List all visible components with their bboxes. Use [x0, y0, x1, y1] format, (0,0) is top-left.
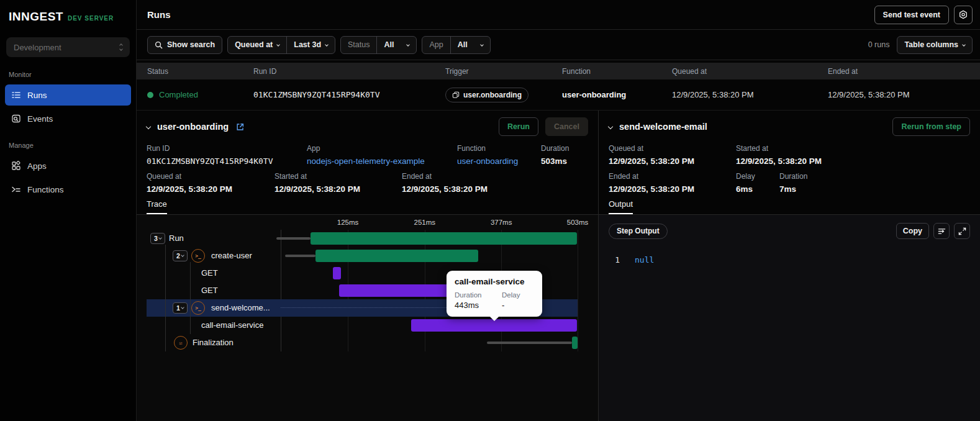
- axis-tick-label: 251ms: [414, 219, 436, 226]
- trace-tooltip: call-email-service Duration Delay 443ms …: [447, 271, 542, 317]
- main-area: Runs Send test event Show search Queued …: [137, 0, 980, 421]
- select-updown-icon: [120, 44, 122, 50]
- manage-section-label: Manage: [9, 142, 127, 149]
- trace-rows: 3Run2>_create-userGETGET1>_send-welcome.…: [147, 230, 578, 351]
- column-header-queued-at[interactable]: Queued at: [672, 67, 828, 76]
- span-count-toggle[interactable]: 1: [173, 302, 188, 314]
- span-duration-bar[interactable]: [311, 232, 577, 245]
- trace-row-bars: [281, 247, 578, 265]
- step-terminal-icon: >_: [191, 249, 205, 263]
- trace-row[interactable]: 2>_create-user: [147, 247, 578, 265]
- chevron-down-icon: [325, 43, 329, 47]
- queue-wait-line: [487, 342, 572, 344]
- field-ended-at: Ended at 12/9/2025, 5:38:20 PM: [402, 172, 488, 194]
- line-number: 1: [611, 255, 620, 265]
- step-terminal-icon: >_: [191, 301, 205, 315]
- field-queued-at: Queued at 12/9/2025, 5:38:20 PM: [147, 172, 274, 194]
- column-header-trigger[interactable]: Trigger: [445, 67, 562, 76]
- trace-row[interactable]: 3Run: [147, 230, 578, 247]
- tab-output[interactable]: Output: [609, 199, 633, 214]
- run-detail-pane: user-onboarding Rerun Cancel Run ID 01KC…: [137, 111, 598, 421]
- status-filter-group: Status All: [340, 36, 417, 54]
- sidebar-item-runs[interactable]: Runs: [5, 84, 131, 106]
- run-id-cell: 01KC1ZMSBNY9ZQT415RP94K0TV: [253, 90, 445, 99]
- column-header-status[interactable]: Status: [147, 67, 253, 76]
- trigger-badge[interactable]: user.onboarding: [445, 88, 529, 102]
- field-step-queued-at: Queued at 12/9/2025, 5:38:20 PM: [609, 144, 736, 166]
- app-filter-dropdown[interactable]: All: [450, 37, 490, 53]
- function-link[interactable]: user-onboarding: [457, 156, 541, 166]
- trace-row[interactable]: call-email-service: [147, 317, 578, 334]
- collapse-run-chevron-icon[interactable]: [146, 124, 151, 129]
- dev-server-badge: DEV SERVER: [68, 15, 114, 22]
- column-header-run-id[interactable]: Run ID: [253, 67, 445, 76]
- step-output-section: Step Output Copy 1 n: [599, 215, 980, 421]
- step-detail-pane: send-welcome-email Rerun from step Queue…: [598, 111, 980, 421]
- trigger-cell: user.onboarding: [445, 88, 562, 102]
- field-step-started-at: Started at 12/9/2025, 5:38:20 PM: [736, 144, 822, 166]
- span-duration-bar[interactable]: [339, 284, 456, 297]
- run-detail-area: user-onboarding Rerun Cancel Run ID 01KC…: [137, 111, 980, 421]
- expand-output-button[interactable]: [954, 223, 970, 239]
- span-duration-bar[interactable]: [333, 267, 341, 279]
- chevron-down-icon: [276, 43, 280, 47]
- functions-icon: [11, 184, 21, 194]
- column-header-function[interactable]: Function: [562, 67, 672, 76]
- field-step-duration: Duration 7ms: [779, 172, 807, 194]
- runs-icon: [11, 90, 21, 100]
- trace-row[interactable]: ☑Finalization: [147, 334, 578, 351]
- field-step-delay: Delay 6ms: [736, 172, 779, 194]
- show-search-button[interactable]: Show search: [147, 36, 222, 54]
- trace-row-label: call-email-service: [201, 320, 263, 330]
- workspace-select[interactable]: Development: [6, 37, 130, 57]
- chevron-down-icon: [962, 43, 966, 47]
- rerun-button[interactable]: Rerun: [499, 117, 538, 136]
- time-filter-group: Queued at Last 3d: [227, 36, 335, 54]
- trace-tab-bar: Trace: [137, 196, 598, 215]
- table-row[interactable]: Completed 01KC1ZMSBNY9ZQT415RP94K0TV use…: [137, 79, 980, 111]
- runs-count: 0 runs: [868, 40, 890, 49]
- chevron-down-icon: [407, 43, 411, 47]
- sidebar-item-label: Functions: [27, 185, 64, 194]
- span-duration-bar[interactable]: [315, 250, 478, 262]
- tab-trace[interactable]: Trace: [147, 199, 167, 214]
- trace-waterfall: 125ms251ms377ms503ms 3Run2>_create-userG…: [137, 215, 598, 421]
- trace-row-label: Finalization: [193, 338, 234, 347]
- sidebar-item-apps[interactable]: Apps: [5, 155, 131, 176]
- collapse-step-chevron-icon[interactable]: [608, 124, 613, 129]
- cancel-button[interactable]: Cancel: [545, 117, 588, 136]
- tree-guide-line: [165, 245, 166, 351]
- sidebar-item-label: Apps: [27, 161, 47, 171]
- word-wrap-button[interactable]: [933, 223, 950, 239]
- status-filter-dropdown[interactable]: All: [376, 37, 416, 53]
- send-test-event-button[interactable]: Send test event: [874, 6, 949, 24]
- span-duration-bar[interactable]: [572, 337, 578, 349]
- workspace-select-value: Development: [14, 43, 61, 52]
- step-output-badge: Step Output: [609, 224, 668, 239]
- queued-at-dropdown[interactable]: Queued at: [228, 37, 286, 53]
- settings-button[interactable]: [954, 6, 973, 24]
- filter-bar: Show search Queued at Last 3d Status All…: [137, 30, 980, 60]
- span-count-toggle[interactable]: 3: [150, 233, 165, 244]
- finalization-check-icon: ☑: [174, 336, 188, 350]
- span-count-toggle[interactable]: 2: [173, 250, 188, 261]
- copy-button[interactable]: Copy: [896, 223, 929, 239]
- queued-at-cell: 12/9/2025, 5:38:20 PM: [672, 90, 828, 99]
- sidebar-item-label: Events: [27, 114, 53, 124]
- trace-row-label: GET: [201, 286, 218, 295]
- external-link-icon[interactable]: [235, 122, 245, 132]
- trace-row-label: Run: [169, 233, 184, 243]
- sidebar-item-functions[interactable]: Functions: [5, 179, 131, 200]
- trace-row-bars: [281, 317, 578, 334]
- gear-icon: [958, 10, 968, 20]
- app-link[interactable]: nodejs-open-telemetry-example: [307, 156, 457, 166]
- sidebar-item-events[interactable]: Events: [5, 108, 131, 129]
- rerun-from-step-button[interactable]: Rerun from step: [892, 117, 970, 136]
- function-cell: user-onboarding: [562, 90, 672, 99]
- gridline: [578, 230, 578, 351]
- trace-row-label: GET: [201, 268, 218, 278]
- column-header-ended-at[interactable]: Ended at: [828, 67, 980, 76]
- field-run-id: Run ID 01KC1ZMSBNY9ZQT415RP94K0TV: [147, 144, 307, 166]
- table-columns-dropdown[interactable]: Table columns: [897, 36, 973, 54]
- time-range-dropdown[interactable]: Last 3d: [286, 37, 335, 53]
